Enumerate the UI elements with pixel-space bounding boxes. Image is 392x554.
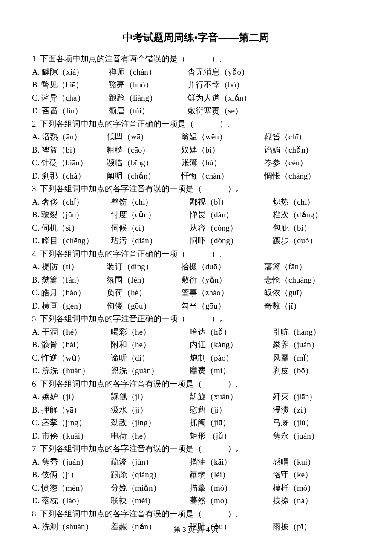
cell: B. 裨益（bì） — [32, 144, 107, 156]
q7-prompt-end: ）。 — [228, 444, 244, 453]
q1-row-c: C. 诧异（chà）踉跄（liàng）鲜为人道（xiǎn） — [32, 92, 360, 104]
cell: 颓唐（túi） — [109, 105, 187, 117]
cell: B. 皲裂（jūn） — [32, 209, 111, 221]
cell: C. 伺机（sì） — [32, 222, 111, 234]
q3-prompt-end: ）。 — [228, 184, 244, 193]
q4-row-a: A. 提防（tí）装订（dìng）拾掇（duō）藩篱（fān） — [32, 261, 360, 273]
cell: 浸渍（zì） — [273, 404, 360, 416]
cell: 忏悔（chàn） — [181, 170, 264, 182]
q5-prompt-end: ）。 — [211, 314, 228, 323]
q3-row-c: C. 伺机（sì）伺候（cì）从容（cóng）包庇（bì） — [32, 222, 360, 234]
q7-row-a: A. 隽秀（juàn）疏浚（jùn）揩油（kāi）感喟（kuì） — [32, 456, 360, 468]
cell: C. 针砭（biān） — [32, 157, 107, 169]
cell: 禅师（chán） — [109, 66, 187, 78]
q3-prompt: 3. 下列各组词中加点的各字注音有误的一项是（）。 — [32, 183, 360, 195]
cell: 喝彩（hè） — [111, 326, 190, 338]
cell: 揩油（kāi） — [190, 456, 273, 468]
cell: 踉跄（qiàng） — [111, 469, 190, 481]
q8-prompt-text: 8. 下列各组词中加点的各字注音有误的一项是（ — [32, 509, 202, 518]
q3-row-b: B. 皲裂（jūn）忖度（cǔn）惮畏（dàn）档次（dǎng） — [32, 209, 360, 221]
cell: 负荷（hè） — [107, 287, 181, 299]
cell: 伺候（cì） — [111, 222, 190, 234]
cell: 恪守（kè） — [273, 469, 360, 481]
q2-prompt-end: ）。 — [219, 119, 236, 128]
cell: 鞭笞（chī） — [264, 131, 360, 143]
cell: D. 落枕（lào） — [32, 495, 111, 507]
q4-row-d: D. 横亘（gèn）佝偻（gōu）勾当（gōu）奇数（jī） — [32, 300, 360, 312]
cell: 悲怆（chuàng） — [264, 274, 360, 286]
cell: B. 瞥见（biē） — [32, 79, 109, 91]
cell: D. 刹那（chà） — [32, 170, 107, 182]
cell: 档次（dǎng） — [273, 209, 360, 221]
cell: 炮制（pào） — [190, 352, 273, 364]
cell: 炽热（chì） — [273, 196, 360, 208]
q1-row-a: A. 罅隙（xià）禅师（chán）杳无消息（yǎo） — [32, 66, 360, 78]
cell: 剥皮（bō） — [273, 365, 360, 377]
cell: 电荷（hè） — [111, 430, 190, 442]
cell: 氛围（fèn） — [107, 274, 181, 286]
cell: 踉跄（liàng） — [109, 92, 187, 104]
q3-row-d: D. 瞠目（chēng）玷污（diàn）恫吓（dòng）踱步（duó） — [32, 235, 360, 247]
q1-row-b: B. 瞥见（biē）豁亮（huò）并行不悖（bó） — [32, 79, 360, 91]
cell: 阐明（chǎn） — [107, 170, 181, 182]
cell: C. 痉挛（jìng） — [32, 417, 111, 429]
q7-row-c: C. 愤懑（mèn）分娩（miǎn）描摹（mó）模样（mó） — [32, 482, 360, 494]
q5-prompt: 5. 下列各组词中加点的字注音正确的一项（）。 — [32, 313, 360, 325]
cell: C. 皓月（hào） — [32, 287, 107, 299]
cell: 踱步（duó） — [273, 235, 360, 247]
cell: 敷衍塞责（sè） — [187, 105, 360, 117]
cell: 惆怅（cháng） — [264, 170, 360, 182]
cell: 勾当（gōu） — [181, 300, 264, 312]
cell: 马厩（jiù） — [273, 417, 360, 429]
q6-prompt: 6. 下列各组词中加点的各字注音有误的一项是（）。 — [32, 378, 360, 390]
cell: B. 樊篱（fán） — [32, 274, 107, 286]
cell: D. 吝啬（lìn） — [32, 105, 109, 117]
q6-row-b: B. 押解（yā）汲水（jí）慰藉（jí）浸渍（zì） — [32, 404, 360, 416]
cell: B. 押解（yā） — [32, 404, 111, 416]
cell: 靡费（mí） — [190, 365, 273, 377]
q2-row-b: B. 裨益（bì）粗糙（cāo）奴婢（bì）谄媚（chǎn） — [32, 144, 360, 156]
cell: 账簿（bù） — [181, 157, 264, 169]
cell: 凯旋（xuán） — [190, 391, 273, 403]
cell: 包庇（bì） — [273, 222, 360, 234]
cell: 歼灭（jiān） — [273, 391, 360, 403]
cell: 矩形 （jǔ） — [190, 430, 273, 442]
q6-row-a: A. 嫉妒（jí）觊觎（jì）凯旋（xuán）歼灭（jiān） — [32, 391, 360, 403]
q7-prompt: 7. 下列各组词中加点的各字注音有误的一项是（）。 — [32, 443, 360, 455]
cell: A. 谙熟（ān） — [32, 131, 107, 143]
cell: 联袂（mèi） — [111, 495, 190, 507]
cell: 分娩（miǎn） — [111, 482, 190, 494]
q4-prompt: 4. 下列各组词中加点的字注音正确的一项（）。 — [32, 248, 360, 260]
page-footer: 第 3 页 共 4 页 — [0, 524, 392, 535]
cell: A. 干涸（hé） — [32, 326, 111, 338]
cell: 奇数（jī） — [264, 300, 360, 312]
page-title: 中考试题周周练•字音——第二周 — [32, 30, 360, 45]
cell: 盥洗（guàn） — [111, 365, 190, 377]
cell: 肇事（zhào） — [181, 287, 264, 299]
q5-row-d: D. 浣洗（huàn）盥洗（guàn）靡费（mí）剥皮（bō） — [32, 365, 360, 377]
cell: 附和（hè） — [111, 339, 190, 351]
cell: A. 奢侈（chǐ） — [32, 196, 111, 208]
cell: 谛听（dì） — [111, 352, 190, 364]
q4-prompt-text: 4. 下列各组词中加点的字注音正确的一项（ — [32, 249, 186, 258]
q6-prompt-text: 6. 下列各组词中加点的各字注音有误的一项是（ — [32, 379, 202, 388]
q8-prompt-end: ）。 — [228, 509, 244, 518]
cell: A. 提防（tí） — [32, 261, 107, 273]
cell: 蓦然（mò） — [190, 495, 273, 507]
cell: 谄媚（chǎn） — [264, 144, 360, 156]
q3-row-a: A. 奢侈（chǐ）整饬（chì）鄙视（bǐ）炽热（chì） — [32, 196, 360, 208]
q5-row-b: B. 骸骨（hài）附和（hè）内讧（kàng）豢养（juàn） — [32, 339, 360, 351]
cell: 杳无消息（yǎo） — [187, 66, 360, 78]
cell: 翁媪（wēn） — [181, 131, 264, 143]
cell: 豢养（juàn） — [273, 339, 360, 351]
cell: 藩篱（fān） — [264, 261, 360, 273]
cell: 鄙视（bǐ） — [190, 196, 273, 208]
cell: 鲜为人道（xiǎn） — [187, 92, 360, 104]
q7-prompt-text: 7. 下列各组词中加点的各字注音有误的一项是（ — [32, 444, 202, 453]
cell: 风靡（mǐ） — [273, 352, 360, 364]
cell: 模样（mó） — [273, 482, 360, 494]
cell: 疏浚（jùn） — [111, 456, 190, 468]
q7-row-b: B. 伎俩（jì）踉跄（qiàng）羸弱（léi）恪守（kè） — [32, 469, 360, 481]
cell: 装订（dìng） — [107, 261, 181, 273]
cell: 敷衍（yǎn） — [181, 274, 264, 286]
